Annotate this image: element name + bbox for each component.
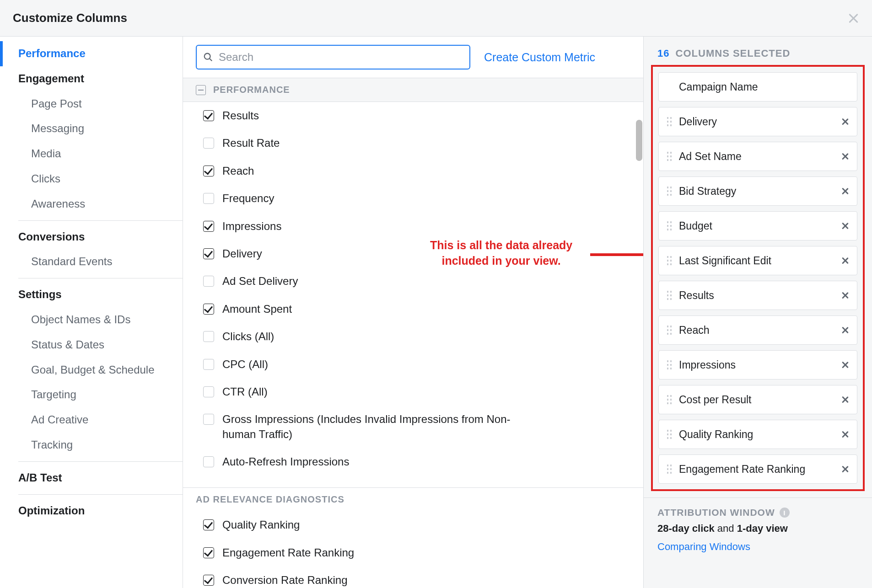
remove-column-icon[interactable] bbox=[840, 395, 850, 404]
collapse-icon[interactable] bbox=[196, 85, 206, 95]
remove-column-icon[interactable] bbox=[840, 360, 850, 369]
selected-columns-list: Campaign NameDeliveryAd Set NameBid Stra… bbox=[651, 65, 865, 491]
nav-item-goal-budget-schedule[interactable]: Goal, Budget & Schedule bbox=[0, 358, 183, 383]
remove-column-icon[interactable] bbox=[840, 326, 850, 335]
nav-item-media[interactable]: Media bbox=[0, 141, 183, 166]
drag-handle-icon[interactable] bbox=[666, 290, 673, 301]
nav-item-tracking[interactable]: Tracking bbox=[0, 433, 183, 458]
search-input[interactable] bbox=[218, 50, 463, 64]
metric-checkbox[interactable] bbox=[203, 359, 214, 370]
selected-columns-pane: 16 Columns Selected Campaign NameDeliver… bbox=[643, 37, 872, 588]
svg-point-0 bbox=[205, 53, 210, 59]
selected-column-pill[interactable]: Last Significant Edit bbox=[658, 246, 857, 275]
nav-item-performance[interactable]: Performance bbox=[0, 41, 183, 66]
drag-handle-icon[interactable] bbox=[666, 151, 673, 162]
attribution-section: Attribution Window i 28-day click and 1-… bbox=[644, 497, 872, 567]
nav-item-optimization[interactable]: Optimization bbox=[0, 498, 183, 524]
selected-column-pill[interactable]: Ad Set Name bbox=[658, 142, 857, 171]
selected-column-pill[interactable]: Impressions bbox=[658, 350, 857, 380]
metric-row: Impressions bbox=[183, 213, 643, 240]
metric-checkbox[interactable] bbox=[203, 414, 214, 425]
metric-checkbox[interactable] bbox=[203, 304, 214, 315]
drag-handle-icon[interactable] bbox=[666, 359, 673, 370]
remove-column-icon[interactable] bbox=[840, 430, 850, 439]
nav-divider bbox=[18, 494, 183, 495]
metric-checkbox[interactable] bbox=[203, 547, 214, 558]
drag-handle-icon[interactable] bbox=[666, 464, 673, 475]
metric-checkbox[interactable] bbox=[203, 110, 214, 121]
nav-item-settings[interactable]: Settings bbox=[0, 282, 183, 307]
remove-column-icon[interactable] bbox=[840, 117, 850, 126]
nav-item-engagement[interactable]: Engagement bbox=[0, 66, 183, 91]
drag-handle-icon[interactable] bbox=[666, 220, 673, 231]
metric-row: Clicks (All) bbox=[183, 323, 643, 350]
metric-checkbox[interactable] bbox=[203, 166, 214, 176]
metric-checkbox[interactable] bbox=[203, 331, 214, 342]
metric-checkbox[interactable] bbox=[203, 193, 214, 204]
create-custom-metric-link[interactable]: Create Custom Metric bbox=[484, 51, 595, 64]
remove-column-icon[interactable] bbox=[840, 256, 850, 265]
close-icon[interactable] bbox=[847, 12, 859, 24]
remove-column-icon[interactable] bbox=[840, 187, 850, 196]
selected-column-pill[interactable]: Engagement Rate Ranking bbox=[658, 454, 857, 484]
nav-item-a-b-test[interactable]: A/B Test bbox=[0, 465, 183, 491]
drag-handle-icon[interactable] bbox=[666, 325, 673, 336]
nav-item-ad-creative[interactable]: Ad Creative bbox=[0, 407, 183, 433]
selected-columns-heading: 16 Columns Selected bbox=[644, 37, 872, 65]
nav-divider bbox=[18, 220, 183, 221]
drag-handle-icon[interactable] bbox=[666, 429, 673, 440]
nav-divider bbox=[18, 461, 183, 462]
selected-column-pill[interactable]: Results bbox=[658, 281, 857, 310]
metric-label: Result Rate bbox=[222, 136, 280, 150]
selected-column-label: Reach bbox=[679, 324, 834, 337]
nav-item-clicks[interactable]: Clicks bbox=[0, 166, 183, 192]
nav-item-page-post[interactable]: Page Post bbox=[0, 91, 183, 117]
metric-label: Clicks (All) bbox=[222, 329, 274, 344]
metric-checkbox[interactable] bbox=[203, 221, 214, 232]
metric-checkbox[interactable] bbox=[203, 386, 214, 397]
selected-column-pill[interactable]: Quality Ranking bbox=[658, 420, 857, 449]
nav-item-awareness[interactable]: Awareness bbox=[0, 192, 183, 217]
drag-handle-icon[interactable] bbox=[666, 116, 673, 127]
selected-column-pill[interactable]: Reach bbox=[658, 315, 857, 345]
svg-line-1 bbox=[210, 59, 212, 61]
selected-column-pill[interactable]: Bid Strategy bbox=[658, 176, 857, 206]
nav-item-status-dates[interactable]: Status & Dates bbox=[0, 332, 183, 358]
metric-checkbox[interactable] bbox=[203, 575, 214, 586]
metrics-section-header[interactable]: Performance bbox=[183, 78, 643, 102]
remove-column-icon[interactable] bbox=[840, 291, 850, 300]
metric-label: Auto-Refresh Impressions bbox=[222, 454, 349, 469]
remove-column-icon[interactable] bbox=[840, 465, 850, 474]
search-box[interactable] bbox=[196, 45, 470, 69]
selected-column-pill[interactable]: Budget bbox=[658, 211, 857, 241]
section-title: Performance bbox=[213, 85, 290, 95]
selected-column-label: Quality Ranking bbox=[679, 428, 834, 441]
selected-column-pill[interactable]: Delivery bbox=[658, 107, 857, 136]
nav-item-object-names-ids[interactable]: Object Names & IDs bbox=[0, 307, 183, 332]
metric-checkbox[interactable] bbox=[203, 456, 214, 467]
nav-item-conversions[interactable]: Conversions bbox=[0, 225, 183, 250]
nav-item-messaging[interactable]: Messaging bbox=[0, 116, 183, 141]
metric-checkbox[interactable] bbox=[203, 276, 214, 287]
info-icon[interactable]: i bbox=[780, 508, 790, 518]
metric-checkbox[interactable] bbox=[203, 519, 214, 530]
nav-item-targeting[interactable]: Targeting bbox=[0, 382, 183, 407]
scrollbar-thumb[interactable] bbox=[636, 120, 642, 161]
remove-column-icon[interactable] bbox=[840, 152, 850, 161]
metric-label: CTR (All) bbox=[222, 385, 268, 399]
drag-handle-icon[interactable] bbox=[666, 394, 673, 405]
metric-label: Frequency bbox=[222, 191, 274, 206]
nav-item-standard-events[interactable]: Standard Events bbox=[0, 249, 183, 274]
selected-column-pill[interactable]: Cost per Result bbox=[658, 385, 857, 414]
selected-column-pill[interactable]: Campaign Name bbox=[658, 72, 857, 102]
comparing-windows-link[interactable]: Comparing Windows bbox=[657, 541, 858, 553]
metric-checkbox[interactable] bbox=[203, 248, 214, 259]
drag-handle-icon[interactable] bbox=[666, 255, 673, 266]
search-icon bbox=[203, 52, 213, 62]
remove-column-icon[interactable] bbox=[840, 221, 850, 230]
drag-handle-icon[interactable] bbox=[666, 186, 673, 197]
selected-column-label: Engagement Rate Ranking bbox=[679, 463, 834, 476]
metrics-scroll[interactable]: PerformanceResultsResult RateReachFreque… bbox=[183, 78, 643, 588]
selected-column-label: Impressions bbox=[679, 359, 834, 371]
metric-checkbox[interactable] bbox=[203, 138, 214, 149]
